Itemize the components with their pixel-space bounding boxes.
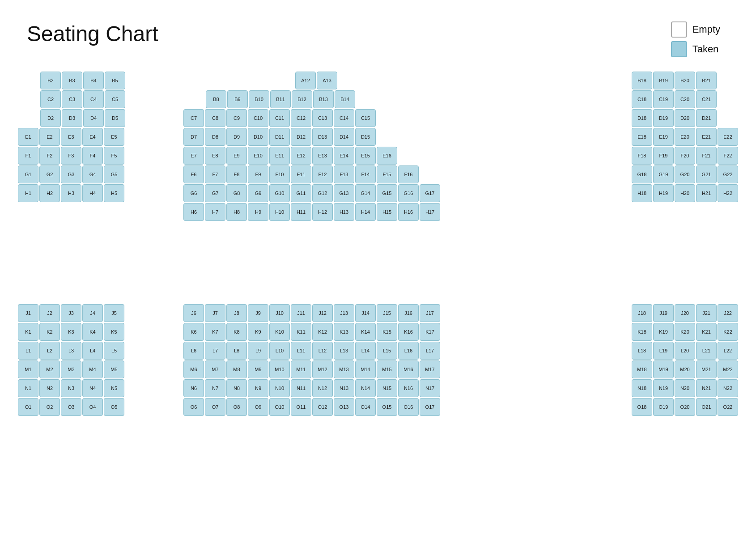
seat-k13[interactable]: K13	[334, 323, 354, 341]
seat-j9[interactable]: J9	[248, 304, 268, 322]
seat-m1[interactable]: M1	[18, 360, 38, 378]
seat-n10[interactable]: N10	[269, 379, 290, 397]
seat-l20[interactable]: L20	[675, 342, 695, 360]
seat-e16[interactable]: E16	[377, 147, 397, 165]
seat-o1[interactable]: O1	[18, 398, 38, 416]
seat-e13[interactable]: E13	[312, 147, 333, 165]
seat-k5[interactable]: K5	[104, 323, 124, 341]
seat-f1[interactable]: F1	[18, 147, 38, 165]
seat-o17[interactable]: O17	[420, 398, 440, 416]
seat-f6[interactable]: F6	[183, 165, 204, 183]
seat-o2[interactable]: O2	[39, 398, 60, 416]
seat-g13[interactable]: G13	[334, 184, 354, 202]
seat-g21[interactable]: G21	[696, 165, 717, 183]
seat-e1[interactable]: E1	[18, 128, 38, 146]
seat-b21[interactable]: B21	[696, 72, 717, 89]
seat-g9[interactable]: G9	[248, 184, 268, 202]
seat-f7[interactable]: F7	[205, 165, 225, 183]
seat-j18[interactable]: J18	[632, 304, 652, 322]
seat-b18[interactable]: B18	[632, 72, 652, 89]
seat-n9[interactable]: N9	[248, 379, 268, 397]
seat-j21[interactable]: J21	[696, 304, 717, 322]
seat-e11[interactable]: E11	[269, 147, 290, 165]
seat-c4[interactable]: C4	[83, 90, 104, 108]
seat-h2[interactable]: H2	[39, 184, 60, 202]
seat-n4[interactable]: N4	[82, 379, 103, 397]
seat-e18[interactable]: E18	[632, 128, 652, 146]
seat-e8[interactable]: E8	[205, 147, 225, 165]
seat-g20[interactable]: G20	[675, 165, 695, 183]
seat-d12[interactable]: D12	[291, 128, 311, 146]
seat-g22[interactable]: G22	[718, 165, 738, 183]
seat-h17[interactable]: H17	[420, 203, 440, 221]
seat-j16[interactable]: J16	[398, 304, 419, 322]
seat-f10[interactable]: F10	[269, 165, 290, 183]
seat-m8[interactable]: M8	[226, 360, 247, 378]
seat-f3[interactable]: F3	[61, 147, 81, 165]
seat-h14[interactable]: H14	[355, 203, 376, 221]
seat-l9[interactable]: L9	[248, 342, 268, 360]
seat-m9[interactable]: M9	[248, 360, 268, 378]
seat-h13[interactable]: H13	[334, 203, 354, 221]
seat-g15[interactable]: G15	[377, 184, 397, 202]
seat-l3[interactable]: L3	[61, 342, 81, 360]
seat-j17[interactable]: J17	[420, 304, 440, 322]
seat-m4[interactable]: M4	[82, 360, 103, 378]
seat-h1[interactable]: H1	[18, 184, 38, 202]
seat-n2[interactable]: N2	[39, 379, 60, 397]
seat-b14[interactable]: B14	[335, 90, 355, 108]
seat-l6[interactable]: L6	[183, 342, 204, 360]
seat-m12[interactable]: M12	[312, 360, 333, 378]
seat-e3[interactable]: E3	[61, 128, 81, 146]
seat-e5[interactable]: E5	[104, 128, 124, 146]
seat-d19[interactable]: D19	[653, 109, 674, 127]
seat-n22[interactable]: N22	[718, 379, 738, 397]
seat-d2[interactable]: D2	[40, 109, 61, 127]
seat-k12[interactable]: K12	[312, 323, 333, 341]
seat-d9[interactable]: D9	[226, 128, 247, 146]
seat-d21[interactable]: D21	[696, 109, 717, 127]
seat-l21[interactable]: L21	[696, 342, 717, 360]
seat-o18[interactable]: O18	[632, 398, 652, 416]
seat-o13[interactable]: O13	[334, 398, 354, 416]
seat-f21[interactable]: F21	[696, 147, 717, 165]
seat-l2[interactable]: L2	[39, 342, 60, 360]
seat-l13[interactable]: L13	[334, 342, 354, 360]
seat-o10[interactable]: O10	[269, 398, 290, 416]
seat-k20[interactable]: K20	[675, 323, 695, 341]
seat-h4[interactable]: H4	[82, 184, 103, 202]
seat-n17[interactable]: N17	[420, 379, 440, 397]
seat-o22[interactable]: O22	[718, 398, 738, 416]
seat-e19[interactable]: E19	[653, 128, 674, 146]
seat-e20[interactable]: E20	[675, 128, 695, 146]
seat-o5[interactable]: O5	[104, 398, 124, 416]
seat-b13[interactable]: B13	[313, 90, 334, 108]
seat-b2[interactable]: B2	[40, 72, 61, 89]
seat-d11[interactable]: D11	[269, 128, 290, 146]
seat-c7[interactable]: C7	[183, 109, 204, 127]
seat-e22[interactable]: E22	[718, 128, 738, 146]
seat-m5[interactable]: M5	[104, 360, 124, 378]
seat-l12[interactable]: L12	[312, 342, 333, 360]
seat-n16[interactable]: N16	[398, 379, 419, 397]
seat-f4[interactable]: F4	[82, 147, 103, 165]
seat-k4[interactable]: K4	[82, 323, 103, 341]
seat-d8[interactable]: D8	[205, 128, 225, 146]
seat-f9[interactable]: F9	[248, 165, 268, 183]
seat-o3[interactable]: O3	[61, 398, 81, 416]
seat-k11[interactable]: K11	[291, 323, 311, 341]
seat-o19[interactable]: O19	[653, 398, 674, 416]
seat-m13[interactable]: M13	[334, 360, 354, 378]
seat-n5[interactable]: N5	[104, 379, 124, 397]
seat-d13[interactable]: D13	[312, 128, 333, 146]
seat-l15[interactable]: L15	[377, 342, 397, 360]
seat-j3[interactable]: J3	[61, 304, 81, 322]
seat-e14[interactable]: E14	[334, 147, 354, 165]
seat-c9[interactable]: C9	[226, 109, 247, 127]
seat-k16[interactable]: K16	[398, 323, 419, 341]
seat-h10[interactable]: H10	[269, 203, 290, 221]
seat-h8[interactable]: H8	[226, 203, 247, 221]
seat-o11[interactable]: O11	[291, 398, 311, 416]
seat-m16[interactable]: M16	[398, 360, 419, 378]
seat-n14[interactable]: N14	[355, 379, 376, 397]
